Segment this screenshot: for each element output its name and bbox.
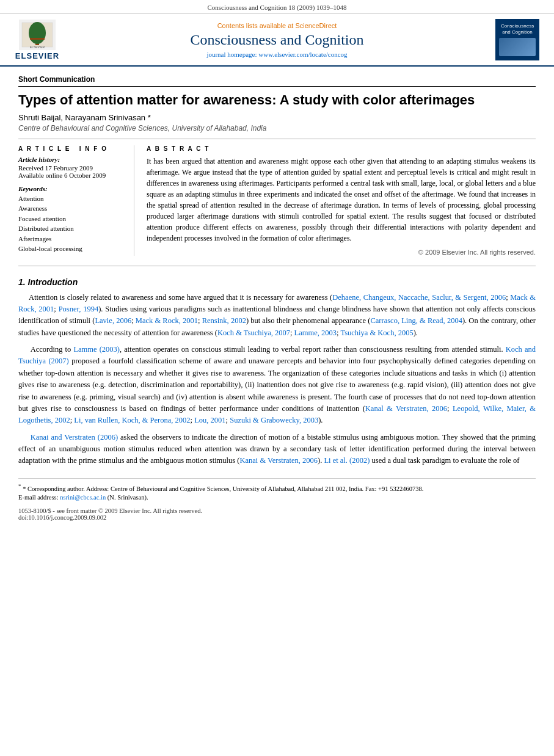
ref-dehaene[interactable]: Dehaene, Changeux, Naccache, Saclur, & S… <box>332 293 506 302</box>
authors-line: Shruti Baijal, Narayanam Srinivasan * <box>18 113 536 122</box>
ref-carrasco[interactable]: Carrasco, Ling, & Read, 2004 <box>370 316 462 325</box>
ref-tsuchiya-koch[interactable]: Tsuchiya & Koch, 2005 <box>340 329 413 337</box>
journal-header: ELSEVIER ELSEVIER Contents lists availab… <box>0 14 554 67</box>
history-label: Article history: <box>18 156 125 163</box>
ref-li-2[interactable]: Li et al. (2002) <box>324 456 370 465</box>
email-note: E-mail address: nsrini@cbcs.ac.in (N. Sr… <box>18 493 536 503</box>
keyword-awareness: Awareness <box>18 203 125 214</box>
journal-title: Consciousness and Cognition <box>65 32 489 48</box>
intro-paragraph-3: Kanai and Verstraten (2006) asked the ob… <box>18 432 536 467</box>
journal-center: Contents lists available at ScienceDirec… <box>65 22 489 58</box>
keywords-section: Keywords: Attention Awareness Focused at… <box>18 185 125 254</box>
corresponding-author-note: * * Corresponding author. Address: Centr… <box>18 482 536 493</box>
ref-lamme-2003[interactable]: Lamme (2003) <box>73 345 120 354</box>
ref-suzuki[interactable]: Suzuki & Grabowecky, 2003 <box>230 416 318 424</box>
ref-koch-tsuchiya[interactable]: Koch & Tsuchiya, 2007 <box>217 329 290 337</box>
ref-lou[interactable]: Lou, 2001 <box>194 416 225 424</box>
ref-rensink[interactable]: Rensink, 2002 <box>202 316 246 325</box>
keyword-afterimages: Afterimages <box>18 234 125 244</box>
intro-heading: 1. Introduction <box>18 277 536 287</box>
keyword-global: Global-local processing <box>18 244 125 254</box>
ref-lavie[interactable]: Lavie, 2006 <box>95 316 131 325</box>
elsevier-logo: ELSEVIER ELSEVIER <box>10 20 65 60</box>
article-type-label: Short Communication <box>18 75 536 87</box>
email-link[interactable]: nsrini@cbcs.ac.in <box>60 494 106 501</box>
abstract-column: A B S T R A C T It has been argued that … <box>147 145 536 256</box>
abstract-header: A B S T R A C T <box>147 145 536 152</box>
received-date: Received 17 February 2009 <box>18 164 125 172</box>
ref-lamme[interactable]: Lamme, 2003 <box>294 329 337 337</box>
footnote-section: * * Corresponding author. Address: Centr… <box>18 478 536 521</box>
history-section: Article history: Received 17 February 20… <box>18 156 125 179</box>
ref-kanai-2[interactable]: Kanai & Verstraten, 2006 <box>239 456 318 465</box>
introduction-section: 1. Introduction Attention is closely rel… <box>18 277 536 467</box>
sciencedirect-link: Contents lists available at ScienceDirec… <box>65 22 489 29</box>
intro-paragraph-1: Attention is closely related to awarenes… <box>18 292 536 340</box>
elsevier-tree-icon: ELSEVIER <box>19 20 56 50</box>
journal-homepage: journal homepage: www.elsevier.com/locat… <box>65 51 489 58</box>
article-info-abstract-section: A R T I C L E I N F O Article history: R… <box>18 145 536 256</box>
article-title: Types of attention matter for awareness:… <box>18 92 536 109</box>
ref-posner[interactable]: Posner, 1994 <box>59 305 98 313</box>
ref-li[interactable]: Li, van Rullen, Koch, & Perona, 2002 <box>74 416 190 424</box>
cover-thumbnail: Consciousness and Cognition <box>495 19 539 60</box>
section-divider <box>18 266 536 266</box>
svg-text:ELSEVIER: ELSEVIER <box>30 45 45 49</box>
copyright-line: © 2009 Elsevier Inc. All rights reserved… <box>147 249 536 256</box>
page: Consciousness and Cognition 18 (2009) 10… <box>0 0 554 756</box>
keyword-attention: Attention <box>18 194 125 204</box>
keywords-label: Keywords: <box>18 185 125 192</box>
svg-rect-4 <box>30 38 45 40</box>
sciencedirect-brand[interactable]: ScienceDirect <box>295 22 337 29</box>
journal-citation: Consciousness and Cognition 18 (2009) 10… <box>207 4 346 11</box>
article-body: Short Communication Types of attention m… <box>0 67 554 529</box>
cover-title-text: Consciousness and Cognition <box>501 23 534 36</box>
available-date: Available online 6 October 2009 <box>18 172 125 179</box>
homepage-url[interactable]: www.elsevier.com/locate/concog <box>258 51 347 58</box>
article-info-header: A R T I C L E I N F O <box>18 145 125 152</box>
keyword-distributed: Distributed attention <box>18 224 125 234</box>
article-info-column: A R T I C L E I N F O Article history: R… <box>18 145 134 256</box>
elsevier-brand-label: ELSEVIER <box>15 51 59 60</box>
ref-kanal[interactable]: Kanal & Verstraten, 2006 <box>365 404 447 413</box>
ref-mack-rock-2[interactable]: Mack & Rock, 2001 <box>136 316 198 325</box>
keyword-focused: Focused attention <box>18 214 125 224</box>
abstract-text: It has been argued that attention and aw… <box>147 156 536 244</box>
issn-line: 1053-8100/$ - see front matter © 2009 El… <box>18 507 536 521</box>
top-meta-bar: Consciousness and Cognition 18 (2009) 10… <box>0 0 554 14</box>
svg-point-3 <box>29 22 46 44</box>
journal-cover-image: Consciousness and Cognition <box>495 19 544 60</box>
header-divider <box>18 139 536 139</box>
intro-paragraph-2: According to Lamme (2003), attention ope… <box>18 344 536 427</box>
footnote-star: * <box>18 483 21 489</box>
ref-kanai-verstraten[interactable]: Kanai and Verstraten (2006) <box>31 433 118 442</box>
affiliation-line: Centre of Behavioural and Cognitive Scie… <box>18 124 536 133</box>
